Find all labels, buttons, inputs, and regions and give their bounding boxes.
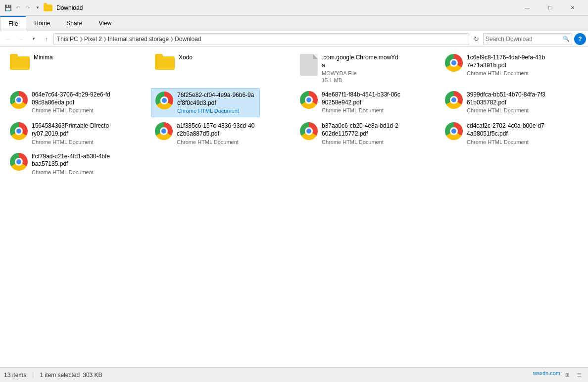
file-name: 94e687f1-f84b-4541-b33f-06c90258e942.pdf xyxy=(322,91,401,106)
file-area: Minima Xodo xyxy=(0,47,588,368)
file-type: Chrome HTML Document xyxy=(32,139,111,145)
window-controls: — □ ✕ xyxy=(516,0,584,16)
save-icon: 💾 xyxy=(4,4,12,12)
status-selected: 1 item selected xyxy=(40,372,80,379)
search-box[interactable]: 🔍 xyxy=(483,33,572,45)
file-type: MOWYDA File xyxy=(322,70,401,76)
folder-icon xyxy=(155,54,175,70)
dropdown-icon[interactable]: ▼ xyxy=(34,4,42,12)
search-input[interactable] xyxy=(486,36,562,43)
file-name: .com.google.Chrome.mowYda xyxy=(322,54,401,69)
tab-home[interactable]: Home xyxy=(26,16,58,31)
window-title: Download xyxy=(56,4,516,11)
file-name: Xodo xyxy=(179,54,193,62)
file-type: Chrome HTML Document xyxy=(467,70,546,76)
chrome-icon xyxy=(300,91,318,109)
tab-view[interactable]: View xyxy=(91,16,120,31)
redo-icon: ↷ xyxy=(24,4,32,12)
file-name: b37aa0c6-cb20-4e8a-bd1d-2602de115772.pdf xyxy=(322,122,401,138)
folder-icon xyxy=(44,4,52,11)
file-type: Chrome HTML Document xyxy=(32,107,111,113)
help-button[interactable]: ? xyxy=(574,33,586,45)
up-button[interactable]: ↑ xyxy=(41,33,52,45)
minimize-button[interactable]: — xyxy=(516,0,539,16)
maximize-button[interactable]: □ xyxy=(539,0,561,16)
file-name: 1564584363Printable-Directory07.2019.pdf xyxy=(32,122,111,138)
list-item[interactable]: a1f385c6-157c-4336-93cd-40c2b6a887d5.pdf… xyxy=(151,119,260,147)
file-name: 76f25e82-cf04-4e9a-96b6-9acf8f0c49d3.pdf xyxy=(177,92,255,107)
generic-file-icon xyxy=(300,54,318,76)
breadcrumb-thispc[interactable]: This PC xyxy=(57,36,78,43)
file-type: Chrome HTML Document xyxy=(322,139,401,145)
back-button[interactable]: ← xyxy=(2,33,14,45)
file-name: 1c6ef9c8-1176-4daf-9efa-41b7e71a391b.pdf xyxy=(467,54,546,69)
address-bar[interactable]: This PC ❯ Pixel 2 ❯ Internal shared stor… xyxy=(53,33,469,45)
breadcrumb-pixel2[interactable]: Pixel 2 xyxy=(84,36,102,43)
list-item[interactable]: 3999dfca-bb51-4b70-84fa-7f361b035782.pdf… xyxy=(441,88,550,117)
chrome-icon xyxy=(445,91,463,109)
file-type: Chrome HTML Document xyxy=(322,107,401,113)
status-size: 303 KB xyxy=(83,372,102,379)
list-item[interactable]: ffcf79ad-c21e-4fd1-a530-4bfebaa57135.pdf… xyxy=(6,150,115,178)
tab-file[interactable]: File xyxy=(0,16,26,31)
titlebar: 💾 ↶ ↷ ▼ Download — □ ✕ xyxy=(0,0,588,16)
undo-icon: ↶ xyxy=(14,4,22,12)
close-button[interactable]: ✕ xyxy=(561,0,584,16)
chrome-icon xyxy=(445,54,463,72)
chrome-icon xyxy=(445,122,463,140)
view-large-icon-button[interactable]: ⊞ xyxy=(562,370,572,380)
list-item[interactable]: 76f25e82-cf04-4e9a-96b6-9acf8f0c49d3.pdf… xyxy=(151,88,260,117)
chrome-icon xyxy=(300,122,318,140)
file-type: Chrome HTML Document xyxy=(467,107,546,113)
refresh-button[interactable]: ↻ xyxy=(470,33,482,45)
file-type: Chrome HTML Document xyxy=(32,169,111,175)
list-item[interactable]: b37aa0c6-cb20-4e8a-bd1d-2602de115772.pdf… xyxy=(296,119,405,147)
file-name: a1f385c6-157c-4336-93cd-40c2b6a887d5.pdf xyxy=(177,122,256,138)
brand-label: wsxdn.com xyxy=(533,370,560,380)
list-item[interactable]: .com.google.Chrome.mowYda MOWYDA File 15… xyxy=(296,51,405,86)
file-type: Chrome HTML Document xyxy=(177,139,256,145)
titlebar-icons: 💾 ↶ ↷ ▼ xyxy=(4,4,52,12)
folder-icon xyxy=(10,54,30,70)
file-size: 15.1 MB xyxy=(322,77,401,83)
list-item[interactable]: 1c6ef9c8-1176-4daf-9efa-41b7e71a391b.pdf… xyxy=(441,51,550,86)
breadcrumb-internal[interactable]: Internal shared storage xyxy=(108,36,169,43)
breadcrumb-download[interactable]: Download xyxy=(175,36,201,43)
file-name: cd4caf2c-2702-4c0a-b00e-d74a68051f5c.pdf xyxy=(467,122,546,138)
file-name: 064e7c64-3706-4b29-92e6-fd09c8a86eda.pdf xyxy=(32,91,111,106)
file-grid: Minima Xodo xyxy=(6,51,582,178)
list-item[interactable]: 1564584363Printable-Directory07.2019.pdf… xyxy=(6,119,115,147)
chrome-icon xyxy=(155,122,173,140)
file-type: Chrome HTML Document xyxy=(467,139,546,145)
view-detail-button[interactable]: ☰ xyxy=(574,370,584,380)
addressbar-row: ← → ▼ ↑ This PC ❯ Pixel 2 ❯ Internal sha… xyxy=(0,31,588,47)
list-item[interactable]: Minima xyxy=(6,51,115,86)
tab-share[interactable]: Share xyxy=(58,16,91,31)
file-name: Minima xyxy=(34,54,53,62)
file-type: Chrome HTML Document xyxy=(177,108,255,114)
status-count: 13 items xyxy=(4,372,26,379)
list-item[interactable]: 064e7c64-3706-4b29-92e6-fd09c8a86eda.pdf… xyxy=(6,88,115,117)
file-name: 3999dfca-bb51-4b70-84fa-7f361b035782.pdf xyxy=(467,91,546,106)
search-icon: 🔍 xyxy=(563,36,570,42)
list-item[interactable]: cd4caf2c-2702-4c0a-b00e-d74a68051f5c.pdf… xyxy=(441,119,550,147)
ribbon-tabs: File Home Share View xyxy=(0,16,588,31)
list-item[interactable]: Xodo xyxy=(151,51,260,86)
status-right: wsxdn.com ⊞ ☰ xyxy=(533,370,584,380)
chrome-icon xyxy=(10,153,28,171)
forward-button[interactable]: → xyxy=(15,33,27,45)
chrome-icon xyxy=(10,91,28,109)
chrome-icon xyxy=(10,122,28,140)
file-name: ffcf79ad-c21e-4fd1-a530-4bfebaa57135.pdf xyxy=(32,153,111,168)
list-item[interactable]: 94e687f1-f84b-4541-b33f-06c90258e942.pdf… xyxy=(296,88,405,117)
chrome-icon xyxy=(155,92,173,109)
dropdown-recent-button[interactable]: ▼ xyxy=(28,33,40,45)
statusbar: 13 items | 1 item selected 303 KB wsxdn.… xyxy=(0,367,588,382)
ribbon: File Home Share View xyxy=(0,16,588,31)
